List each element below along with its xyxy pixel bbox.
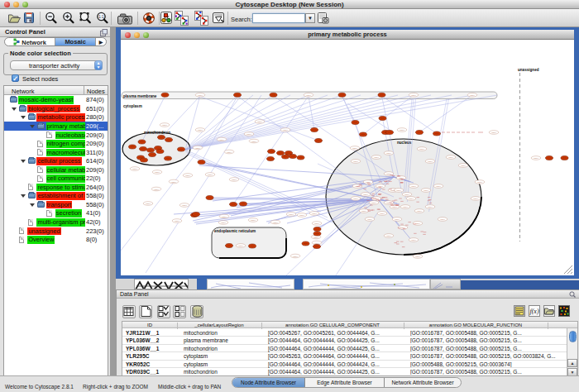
svg-text:(label): (label) bbox=[423, 189, 428, 191]
svg-text:(label): (label) bbox=[208, 174, 213, 175]
svg-text:(label): (label) bbox=[386, 173, 391, 174]
svg-text:(label): (label) bbox=[378, 185, 383, 187]
svg-text:(label): (label) bbox=[352, 147, 357, 149]
svg-text:(label): (label) bbox=[470, 94, 475, 96]
svg-text:(label): (label) bbox=[155, 171, 160, 173]
svg-text:(label): (label) bbox=[411, 94, 416, 96]
svg-text:(label): (label) bbox=[232, 179, 237, 180]
svg-text:(label): (label) bbox=[461, 165, 466, 166]
svg-text:(label): (label) bbox=[313, 237, 318, 238]
svg-text:(label): (label) bbox=[175, 220, 179, 222]
svg-text:(label): (label) bbox=[353, 198, 358, 199]
svg-text:(label): (label) bbox=[411, 185, 416, 187]
svg-text:(label): (label) bbox=[400, 129, 404, 131]
svg-text:(label): (label) bbox=[477, 181, 482, 183]
svg-text:(label): (label) bbox=[182, 204, 187, 206]
svg-text:(label): (label) bbox=[473, 198, 478, 199]
svg-text:(label): (label) bbox=[293, 256, 298, 257]
svg-text:(label): (label) bbox=[436, 185, 441, 187]
svg-text:(label): (label) bbox=[409, 198, 414, 199]
svg-text:(label): (label) bbox=[185, 174, 190, 176]
svg-text:(label): (label) bbox=[171, 181, 176, 183]
svg-text:endoplasmic reticulum: endoplasmic reticulum bbox=[214, 229, 256, 233]
svg-text:(label): (label) bbox=[440, 218, 445, 220]
svg-text:(label): (label) bbox=[221, 222, 226, 223]
svg-text:(label): (label) bbox=[399, 177, 404, 179]
svg-text:(label): (label) bbox=[283, 129, 288, 131]
svg-text:(label): (label) bbox=[238, 245, 243, 246]
svg-text:cytoplasm: cytoplasm bbox=[123, 104, 142, 108]
svg-text:(label): (label) bbox=[299, 214, 304, 216]
svg-text:(label): (label) bbox=[404, 194, 409, 195]
svg-text:(label): (label) bbox=[403, 206, 408, 208]
svg-text:plasma membrane: plasma membrane bbox=[123, 94, 157, 98]
svg-text:(label): (label) bbox=[396, 189, 401, 191]
svg-text:(label): (label) bbox=[251, 219, 256, 221]
svg-text:(label): (label) bbox=[251, 141, 256, 142]
svg-text:(label): (label) bbox=[289, 213, 294, 215]
svg-text:nucleus: nucleus bbox=[397, 141, 412, 145]
svg-text:(label): (label) bbox=[417, 210, 422, 212]
svg-text:(label): (label) bbox=[162, 124, 167, 126]
svg-text:(label): (label) bbox=[491, 131, 496, 133]
svg-text:(label): (label) bbox=[198, 94, 203, 96]
svg-text:(label): (label) bbox=[246, 133, 251, 135]
svg-text:(label): (label) bbox=[314, 242, 319, 244]
svg-text:(label): (label) bbox=[374, 156, 379, 158]
svg-text:(label): (label) bbox=[395, 218, 400, 220]
svg-text:(label): (label) bbox=[371, 202, 376, 203]
svg-text:(label): (label) bbox=[419, 148, 424, 150]
svg-text:(label): (label) bbox=[312, 213, 317, 214]
svg-text:(label): (label) bbox=[314, 222, 319, 224]
svg-text:(label): (label) bbox=[146, 203, 151, 204]
svg-text:(label): (label) bbox=[132, 168, 137, 170]
svg-text:1:1: 1:1 bbox=[98, 15, 104, 19]
svg-text:(label): (label) bbox=[367, 218, 372, 220]
svg-text:(label): (label) bbox=[386, 152, 391, 154]
svg-text:(label): (label) bbox=[415, 256, 420, 257]
svg-text:(label): (label) bbox=[222, 216, 227, 218]
svg-text:mitochondrion: mitochondrion bbox=[144, 131, 170, 135]
svg-text:(label): (label) bbox=[411, 239, 416, 241]
svg-text:(label): (label) bbox=[363, 194, 368, 195]
svg-text:(label): (label) bbox=[195, 147, 200, 149]
svg-text:(label): (label) bbox=[257, 121, 262, 122]
svg-text:(label): (label) bbox=[227, 151, 232, 153]
svg-text:(label): (label) bbox=[154, 189, 159, 190]
svg-text:(label): (label) bbox=[366, 181, 371, 183]
svg-text:(label): (label) bbox=[448, 156, 453, 158]
svg-text:(label): (label) bbox=[392, 206, 397, 208]
svg-text:(label): (label) bbox=[219, 139, 224, 141]
svg-text:(label): (label) bbox=[273, 222, 278, 223]
svg-text:f(x): f(x) bbox=[529, 308, 538, 315]
svg-text:(label): (label) bbox=[361, 210, 366, 212]
svg-text:(label): (label) bbox=[306, 94, 311, 96]
svg-text:(label): (label) bbox=[428, 206, 433, 208]
svg-text:(label): (label) bbox=[390, 189, 395, 191]
svg-text:(label): (label) bbox=[534, 157, 538, 159]
svg-text:(label): (label) bbox=[428, 160, 433, 162]
svg-text:(label): (label) bbox=[380, 213, 385, 214]
svg-text:(label): (label) bbox=[353, 160, 358, 162]
svg-text:(label): (label) bbox=[198, 129, 203, 131]
svg-text:(label): (label) bbox=[400, 227, 405, 228]
svg-text:unassigned: unassigned bbox=[518, 68, 539, 72]
svg-text:(label): (label) bbox=[386, 235, 391, 237]
